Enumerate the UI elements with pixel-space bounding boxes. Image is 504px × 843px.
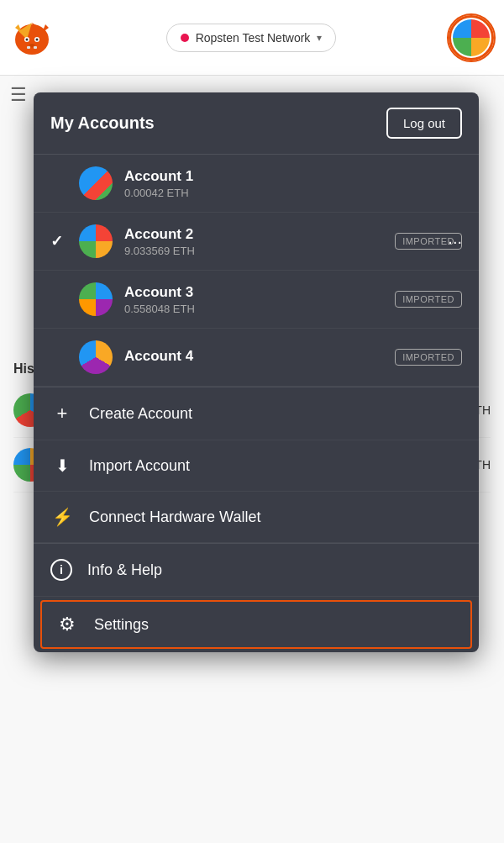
- account-avatar: [453, 19, 490, 56]
- account-3-info: Account 3 0.558048 ETH: [124, 284, 383, 315]
- settings-item[interactable]: ⚙ Settings: [40, 600, 472, 649]
- settings-icon: ⚙: [55, 614, 79, 635]
- import-account-label: Import Account: [89, 457, 190, 475]
- header-bar: Ropsten Test Network ▾: [0, 0, 504, 76]
- hardware-wallet-icon: ⚡: [50, 507, 74, 527]
- svg-rect-10: [27, 46, 30, 49]
- account-list: Account 1 0.00042 ETH ✓ Account 2 9.0335…: [34, 155, 479, 387]
- account-item-1[interactable]: Account 1 0.00042 ETH: [34, 155, 479, 213]
- hardware-wallet-label: Connect Hardware Wallet: [89, 508, 260, 526]
- account-2-balance: 9.033569 ETH: [124, 245, 383, 257]
- hardware-wallet-item[interactable]: ⚡ Connect Hardware Wallet: [34, 492, 479, 543]
- account-1-avatar: [79, 166, 113, 200]
- settings-label: Settings: [94, 616, 149, 634]
- account-4-info: Account 4: [124, 348, 383, 366]
- network-chevron-icon: ▾: [317, 32, 322, 44]
- overlay-header: My Accounts Log out: [34, 92, 479, 155]
- account-4-name: Account 4: [124, 348, 383, 365]
- account-2-more-button[interactable]: ···: [448, 232, 462, 251]
- account-item-4[interactable]: Account 4 IMPORTED: [34, 329, 479, 387]
- create-account-item[interactable]: + Create Account: [34, 387, 479, 440]
- account-1-balance: 0.00042 ETH: [124, 187, 462, 199]
- account-2-name: Account 2: [124, 226, 383, 243]
- network-name-label: Ropsten Test Network: [196, 31, 311, 45]
- network-pill[interactable]: Ropsten Test Network ▾: [166, 24, 337, 52]
- svg-point-5: [26, 38, 29, 40]
- account-3-imported-badge: IMPORTED: [395, 291, 462, 308]
- accounts-overlay: My Accounts Log out Account 1 0.00042 ET…: [34, 92, 479, 652]
- account-3-avatar: [79, 282, 113, 316]
- account-3-name: Account 3: [124, 284, 383, 301]
- svg-point-6: [36, 38, 39, 40]
- account-avatar-button[interactable]: [449, 15, 494, 61]
- account-3-balance: 0.558048 ETH: [124, 303, 383, 315]
- info-help-item[interactable]: i Info & Help: [34, 544, 479, 597]
- account-2-checkmark: ✓: [50, 232, 67, 250]
- info-icon: i: [50, 559, 72, 581]
- account-1-name: Account 1: [124, 168, 462, 185]
- import-account-item[interactable]: ⬇ Import Account: [34, 440, 479, 492]
- my-accounts-title: My Accounts: [50, 113, 155, 133]
- network-selector: Ropsten Test Network ▾: [62, 24, 440, 52]
- network-status-dot: [181, 34, 189, 42]
- create-account-label: Create Account: [89, 405, 192, 423]
- metamask-logo: [10, 16, 54, 60]
- account-item-3[interactable]: Account 3 0.558048 ETH IMPORTED: [34, 271, 479, 329]
- info-help-label: Info & Help: [87, 561, 162, 579]
- logout-button[interactable]: Log out: [386, 108, 462, 139]
- account-2-avatar: [79, 224, 113, 258]
- svg-rect-11: [34, 46, 37, 49]
- account-2-info: Account 2 9.033569 ETH: [124, 226, 383, 257]
- account-4-imported-badge: IMPORTED: [395, 349, 462, 366]
- create-account-icon: +: [50, 403, 74, 424]
- import-account-icon: ⬇: [50, 456, 74, 476]
- account-1-info: Account 1 0.00042 ETH: [124, 168, 462, 199]
- account-item-2[interactable]: ✓ Account 2 9.033569 ETH IMPORTED ···: [34, 213, 479, 271]
- account-4-avatar: [79, 340, 113, 374]
